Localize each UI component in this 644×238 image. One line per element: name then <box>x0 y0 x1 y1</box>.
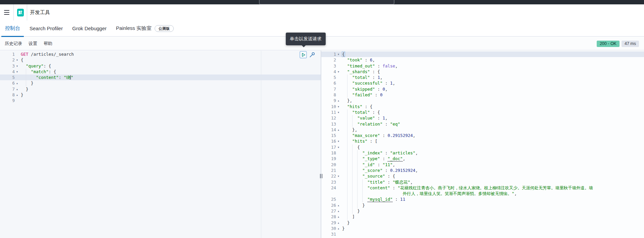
line-content: ] <box>341 214 644 220</box>
line-number: 10 <box>321 104 336 109</box>
fold-toggle-icon[interactable]: ▴ <box>15 92 19 98</box>
console-menu-历史记录[interactable]: 历史记录 <box>5 41 22 47</box>
fold-toggle-icon[interactable]: ▾ <box>336 138 341 144</box>
gutter: 18 <box>321 150 341 156</box>
editor-line[interactable]: 4▾ "match": { <box>0 69 321 75</box>
editor-line[interactable]: 5 "content": "绕" <box>0 75 321 80</box>
gutter: 24 <box>321 185 341 191</box>
indent-guide <box>347 150 347 156</box>
fold-toggle-icon[interactable]: ▾ <box>15 69 19 75</box>
indent-guide <box>357 179 358 185</box>
browser-top-bar <box>0 0 644 4</box>
tab-label: Grok Debugger <box>72 26 107 31</box>
editor-line: 13 "relation" : "eq" <box>321 121 644 127</box>
gutter: 19 <box>321 156 341 161</box>
fold-toggle-icon[interactable]: ▾ <box>336 144 341 150</box>
space-selector[interactable]: 默 <box>14 4 27 20</box>
line-content <box>19 98 321 103</box>
line-number: 5 <box>0 75 15 80</box>
editor-line: 10▾ "hits" : { <box>321 104 644 109</box>
gutter: 9▴ <box>321 98 341 103</box>
editor-line[interactable]: 3▾ "query": { <box>0 63 321 69</box>
line-content: "match": { <box>19 69 321 75</box>
fold-toggle-icon[interactable]: ▾ <box>15 63 19 69</box>
indent-guide <box>26 80 26 86</box>
editor-line: 7 "skipped" : 0, <box>321 86 644 92</box>
fold-toggle-icon[interactable]: ▾ <box>336 104 341 109</box>
line-content: "content": "绕" <box>19 75 321 80</box>
indent-guide <box>357 168 358 173</box>
fold-spacer <box>336 63 341 69</box>
line-content: } <box>341 220 644 226</box>
fold-toggle-icon[interactable]: ▴ <box>15 86 19 92</box>
line-number: 23 <box>321 179 336 185</box>
line-content: "hits" : { <box>341 104 644 109</box>
editor-line[interactable]: 1GET /articles/_search <box>0 51 321 57</box>
editor-line: 26▴ } <box>321 202 644 208</box>
line-number <box>321 191 336 196</box>
fold-spacer <box>336 80 341 86</box>
request-options-button[interactable] <box>308 52 315 58</box>
line-number: 29 <box>321 220 336 226</box>
editor-line[interactable]: 7▴ } <box>0 86 321 92</box>
fold-spacer <box>15 75 19 80</box>
fold-spacer <box>336 196 341 202</box>
fold-toggle-icon[interactable]: ▴ <box>336 208 341 214</box>
indent-guide <box>352 168 353 173</box>
line-number: 20 <box>321 162 336 168</box>
line-content: } <box>19 86 321 92</box>
gutter: 13 <box>321 121 341 127</box>
tab-Painless 实验室[interactable]: Painless 实验室公测版 <box>112 20 177 37</box>
fold-spacer <box>336 162 341 168</box>
fold-toggle-icon[interactable]: ▴ <box>336 98 341 103</box>
indent-guide <box>347 214 347 220</box>
fold-toggle-icon[interactable]: ▴ <box>336 202 341 208</box>
editor-line: 17▾ { <box>321 144 644 150</box>
fold-toggle-icon[interactable]: ▴ <box>336 226 341 231</box>
editor-line: 22▾ "_source" : { <box>321 173 644 179</box>
fold-toggle-icon[interactable]: ▾ <box>336 109 341 115</box>
fold-toggle-icon[interactable]: ▴ <box>336 214 341 220</box>
line-content: { <box>341 144 644 150</box>
menu-button[interactable] <box>0 4 13 20</box>
tooltip-text: 单击以发送请求 <box>290 36 322 41</box>
editor-line[interactable]: 2▾{ <box>0 57 321 63</box>
request-editor[interactable]: 1GET /articles/_search2▾{3▾ "query": {4▾… <box>0 51 321 238</box>
fold-toggle-icon[interactable]: ▾ <box>336 69 341 75</box>
indent-guide <box>347 191 347 196</box>
tab-控制台[interactable]: 控制台 <box>1 20 24 37</box>
fold-toggle-icon[interactable]: ▾ <box>15 57 19 63</box>
line-number: 17 <box>321 144 336 150</box>
response-status: 200 - OK 47 ms <box>597 37 639 50</box>
editor-line: 1▾{ <box>321 51 644 57</box>
fold-spacer <box>336 185 341 191</box>
gutter: 26▴ <box>321 202 341 208</box>
fold-toggle-icon[interactable]: ▴ <box>15 80 19 86</box>
line-number: 4 <box>0 69 15 75</box>
fold-spacer <box>336 168 341 173</box>
editor-line[interactable]: 9 <box>0 98 321 103</box>
send-request-button[interactable] <box>300 51 307 58</box>
pane-resizer-handle[interactable] <box>318 172 324 180</box>
tab-Grok Debugger[interactable]: Grok Debugger <box>68 20 110 37</box>
send-request-tooltip: 单击以发送请求 <box>286 33 326 45</box>
fold-spacer <box>336 150 341 156</box>
line-content: }, <box>341 98 644 103</box>
line-number: 5 <box>321 75 336 80</box>
line-number: 31 <box>321 231 336 237</box>
line-number: 25 <box>321 196 336 202</box>
console-menu-帮助[interactable]: 帮助 <box>44 41 52 47</box>
fold-toggle-icon[interactable]: ▾ <box>336 173 341 179</box>
editor-line[interactable]: 8▴} <box>0 92 321 98</box>
line-content: "_source" : { <box>341 173 644 179</box>
fold-toggle-icon[interactable]: ▴ <box>336 220 341 226</box>
fold-toggle-icon[interactable]: ▾ <box>336 51 341 57</box>
tab-Search Profiler[interactable]: Search Profiler <box>26 20 66 37</box>
editor-line[interactable]: 6▴ } <box>0 80 321 86</box>
response-pane[interactable]: 1▾{2 "took" : 6,3 "timed_out" : false,4▾… <box>321 51 644 238</box>
editor-line: 21 "_score" : 0.29152924, <box>321 168 644 173</box>
editor-line: 15 "max_score" : 0.29152924, <box>321 133 644 138</box>
fold-toggle-icon[interactable]: ▴ <box>336 127 341 133</box>
gutter: 21 <box>321 168 341 173</box>
console-menu-设置[interactable]: 设置 <box>29 41 37 47</box>
